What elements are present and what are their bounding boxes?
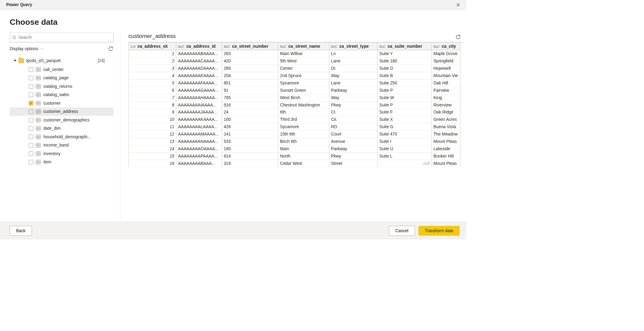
table-cell: null [377, 160, 431, 167]
column-header[interactable]: ABC ca_street_number [222, 43, 278, 50]
table-cell: Hopewell [431, 65, 460, 72]
table-row[interactable]: 4AAAAAAAAEAAAA...2042nd SpruceWaySuite B… [128, 72, 460, 80]
table-cell: 15th 6th [278, 131, 329, 138]
search-input[interactable] [10, 32, 114, 42]
column-header[interactable]: ABC ca_suite_number [377, 43, 431, 50]
table-row[interactable]: 1AAAAAAAABAAAA...283Main WillowLnSuite Y… [128, 50, 460, 58]
refresh-icon [455, 34, 461, 40]
table-row[interactable]: 8AAAAAAAAIAAAA...916Chestnut WashingtonP… [128, 101, 460, 109]
table-cell: 319 [222, 160, 278, 167]
column-header[interactable]: ABC ca_city [431, 43, 460, 50]
table-cell: Suite B [377, 72, 431, 80]
search-field[interactable] [18, 35, 111, 40]
sidebar-item-customer_demographics[interactable]: customer_demographics [10, 116, 114, 125]
table-cell: Suite 250 [377, 80, 431, 87]
table-row[interactable]: 5AAAAAAAAFAAAA...851SycamoreLaneSuite 25… [128, 80, 460, 87]
table-checkbox[interactable] [29, 101, 33, 105]
table-checkbox[interactable] [29, 110, 33, 114]
table-cell: West Birch [278, 94, 329, 101]
sidebar-item-catalog_sales[interactable]: catalog_sales [10, 91, 114, 99]
table-cell: Riverview [431, 101, 460, 109]
display-options-dropdown[interactable]: Display options [10, 46, 44, 51]
table-icon [36, 84, 41, 88]
sidebar-item-call_center[interactable]: call_center [10, 65, 114, 74]
sidebar-item-date_dim[interactable]: date_dim [10, 124, 114, 133]
table-icon [36, 135, 41, 139]
transform-data-button[interactable]: Transform data [418, 226, 460, 236]
table-cell: 851 [222, 80, 278, 87]
table-row[interactable]: 14AAAAAAAAOAAAA...190MainParkwaySuite UL… [128, 145, 460, 153]
preview-refresh-button[interactable] [455, 34, 461, 40]
table-cell: Suite P [377, 87, 431, 94]
table-cell: Buena Vista [431, 123, 460, 131]
table-checkbox[interactable] [29, 126, 33, 131]
table-row[interactable]: 12AAAAAAAAMAAAA...14115th 6thCourtSuite … [128, 131, 460, 138]
table-row[interactable]: 3AAAAAAAADAAAA...269CenterDr.Suite DHope… [128, 65, 460, 72]
table-cell: 4 [128, 72, 176, 80]
table-icon [36, 160, 41, 164]
table-icon [36, 76, 41, 80]
table-label: income_band [43, 143, 69, 148]
caret-down-icon [14, 60, 17, 61]
table-icon [36, 143, 41, 147]
column-header[interactable]: ABC ca_address_id [176, 43, 222, 50]
text-type-icon: ABC [379, 45, 386, 48]
table-cell: 141 [222, 131, 278, 138]
table-checkbox[interactable] [29, 151, 33, 156]
sidebar-item-income_band[interactable]: income_band [10, 141, 114, 150]
table-label: catalog_page [43, 76, 69, 80]
navigator-tree: tpcds_sf1_parquet [24] call_centercatalo… [10, 57, 114, 166]
table-cell: Parkway [329, 87, 377, 94]
table-checkbox[interactable] [29, 76, 33, 80]
preview-grid[interactable]: 123 ca_address_skABC ca_address_idABC ca… [128, 42, 461, 167]
column-header[interactable]: ABC ca_street_name [278, 43, 329, 50]
table-checkbox[interactable] [29, 135, 33, 139]
table-cell: Mount Pleas [431, 138, 460, 145]
table-cell: RD [329, 123, 377, 131]
text-type-icon: ABC [433, 45, 439, 48]
table-cell: Way [329, 72, 377, 80]
sidebar-item-customer_address[interactable]: customer_address [10, 107, 114, 116]
sidebar-item-customer[interactable]: customer [10, 99, 114, 108]
table-checkbox[interactable] [29, 93, 33, 97]
table-cell: Main [278, 145, 329, 153]
sidebar-item-catalog_page[interactable]: catalog_page [10, 74, 114, 82]
table-checkbox[interactable] [29, 143, 33, 147]
table-row[interactable]: 16AAAAAAAABAAA...319Cedar WestStreetnull… [128, 160, 460, 167]
table-row[interactable]: 15AAAAAAAAPAAAA...914NorthPkwySuite LBun… [128, 152, 460, 160]
table-checkbox[interactable] [29, 84, 33, 88]
close-icon[interactable]: ✕ [454, 2, 462, 7]
column-header[interactable]: 123 ca_address_sk [128, 43, 176, 50]
table-row[interactable]: 13AAAAAAAANAAAA...533Birch 6thAvenueSuit… [128, 138, 460, 145]
tree-root[interactable]: tpcds_sf1_parquet [24] [10, 57, 114, 65]
table-cell: 6th [278, 109, 329, 116]
table-row[interactable]: 11AAAAAAAALAAAA...426SycamoreRDSuite GBu… [128, 123, 460, 131]
table-cell: Fairview [431, 87, 460, 94]
table-checkbox[interactable] [29, 160, 33, 164]
sidebar-item-inventory[interactable]: inventory [10, 150, 114, 158]
table-cell: Sycamore [278, 80, 329, 87]
table-label: customer_demographics [43, 117, 90, 122]
table-cell: 15 [128, 152, 176, 160]
table-row[interactable]: 7AAAAAAAAHAAAA...785West BirchWaySuite W… [128, 94, 460, 101]
table-row[interactable]: 9AAAAAAAAJAAAA...246thCt.Suite FOak Ridg… [128, 109, 460, 116]
sidebar-item-household_demographi-[interactable]: household_demographi... [10, 133, 114, 141]
table-cell: Green Acres [431, 116, 460, 123]
table-cell: 16 [128, 160, 176, 167]
cancel-button[interactable]: Cancel [389, 226, 415, 236]
table-checkbox[interactable] [29, 118, 33, 122]
table-row[interactable]: 2AAAAAAAACAAAA...4205th WestLaneSuite 18… [128, 58, 460, 65]
table-checkbox[interactable] [29, 67, 33, 72]
table-cell: 2 [128, 58, 176, 65]
sidebar-item-catalog_returns[interactable]: catalog_returns [10, 82, 114, 91]
table-cell: AAAAAAAANAAAA... [176, 138, 222, 145]
table-cell: 14 [128, 145, 176, 153]
svg-line-1 [15, 38, 16, 39]
sidebar-item-item[interactable]: item [10, 158, 114, 166]
back-button[interactable]: Back [10, 226, 32, 236]
column-header[interactable]: ABC ca_street_type [329, 43, 377, 50]
refresh-button[interactable] [108, 46, 114, 52]
table-cell: Birch 6th [278, 138, 329, 145]
table-row[interactable]: 6AAAAAAAAGAAAA...91Sunset GreenParkwaySu… [128, 87, 460, 94]
table-row[interactable]: 10AAAAAAAAKAAAA...100Third 3rdCir.Suite … [128, 116, 460, 123]
